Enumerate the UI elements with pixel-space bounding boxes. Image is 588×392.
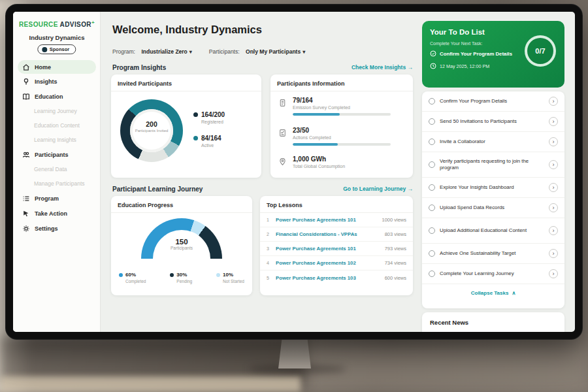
sidebar-item-learning-insights[interactable]: Learning Insights <box>13 133 101 147</box>
recent-news-title: Recent News <box>422 312 564 332</box>
registered-dot <box>193 112 198 117</box>
chevron-right-icon[interactable]: › <box>549 97 558 106</box>
sidebar-item-settings[interactable]: Settings <box>13 221 101 236</box>
logo-primary: RESOURCE <box>19 21 58 28</box>
sponsor-icon <box>42 47 47 52</box>
todo-task-row[interactable]: Achieve One Sustainability Target › <box>422 244 564 264</box>
lesson-link[interactable]: Power Purchase Agreements 102 <box>276 260 385 266</box>
task-checkbox[interactable] <box>429 250 435 257</box>
collapse-tasks-link[interactable]: Collapse Tasks ∧ <box>422 284 564 301</box>
active-value: 84/164 <box>201 135 221 142</box>
consumption-label: Total Global Consumption <box>293 164 345 169</box>
sidebar-item-label: Learning Insights <box>34 137 76 143</box>
invited-total-value: 200 <box>120 120 183 128</box>
task-label: Complete Your Learning Journey <box>440 270 544 277</box>
sponsor-badge[interactable]: Sponsor <box>37 44 76 54</box>
lesson-link[interactable]: Power Purchase Agreements 103 <box>276 275 385 281</box>
gauge-label: Participants <box>141 246 222 250</box>
participants-filter-select[interactable]: Only My Participants▾ <box>246 48 305 55</box>
todo-task-row[interactable]: Send 50 Invitations to Participants › <box>422 112 564 132</box>
program-filter-select[interactable]: Industrialize Zero▾ <box>141 48 191 55</box>
todo-next-task[interactable]: Confirm Your Program Details <box>430 50 512 57</box>
actions-completed-value: 23/50 <box>293 127 391 134</box>
check-circle-icon <box>430 50 436 57</box>
chevron-right-icon[interactable]: › <box>549 183 558 192</box>
sidebar-item-label: Settings <box>35 225 58 232</box>
monitor-stand <box>278 336 311 368</box>
chevron-right-icon[interactable]: › <box>549 226 558 235</box>
sidebar-item-manage-participants[interactable]: Manage Participants <box>13 176 101 191</box>
gear-icon <box>22 225 30 233</box>
participants-information-card-title: Participants Information <box>270 74 413 91</box>
task-checkbox[interactable] <box>429 98 435 105</box>
invited-participants-card-title: Invited Participants <box>111 74 261 91</box>
actions-completed-progress-bar <box>293 143 391 146</box>
chevron-right-icon[interactable]: › <box>549 203 558 212</box>
arrow-right-icon: → <box>408 64 414 71</box>
lesson-row: 1 Power Purchase Agreements 101 1000 vie… <box>260 213 413 227</box>
task-checkbox[interactable] <box>429 161 435 168</box>
participants-information-card: Participants Information 79/164 Emission… <box>270 74 413 178</box>
go-to-learning-journey-link[interactable]: Go to Learning Journey → <box>314 186 413 192</box>
sidebar-item-participants[interactable]: Participants <box>13 147 101 162</box>
lesson-link[interactable]: Power Purchase Agreements 101 <box>276 217 382 223</box>
legend-registered: 164/200 Registered <box>193 111 225 124</box>
lesson-row: 2 Financial Considerations - VPPAs 803 v… <box>260 227 413 242</box>
background-desk <box>307 346 588 392</box>
task-checkbox[interactable] <box>429 184 435 191</box>
task-label: Upload Spend Data Records <box>440 204 544 211</box>
todo-task-row[interactable]: Confirm Your Program Details › <box>422 91 564 112</box>
not-started-dot <box>216 273 220 277</box>
sidebar-item-insights[interactable]: Insights <box>13 74 101 89</box>
sidebar-item-learning-journey[interactable]: Learning Journey <box>13 104 101 118</box>
lesson-rank: 3 <box>267 246 276 251</box>
todo-task-row[interactable]: Explore Your Insights Dashboard › <box>422 178 564 198</box>
task-checkbox[interactable] <box>429 270 435 277</box>
sidebar-item-label: Manage Participants <box>34 180 85 187</box>
lesson-views: 734 views <box>385 260 406 266</box>
todo-subtitle: Complete Your Next Task: <box>430 41 482 46</box>
sidebar: RESOURCE ADVISOR+ Industry Dynamics Spon… <box>13 12 101 332</box>
actions-completed-label: Actions Completed <box>293 135 391 140</box>
sidebar-item-education[interactable]: Education <box>13 89 101 104</box>
lesson-link[interactable]: Power Purchase Agreements 101 <box>276 246 385 252</box>
chevron-right-icon[interactable]: › <box>549 269 558 278</box>
todo-task-row[interactable]: Invite a Collaborator › <box>422 132 564 152</box>
task-checkbox[interactable] <box>429 227 435 234</box>
top-lessons-card-title: Top Lessons <box>260 196 413 213</box>
chevron-right-icon[interactable]: › <box>549 137 558 146</box>
invited-legend: 164/200 Registered 84/164 Active <box>193 111 225 158</box>
chevron-right-icon[interactable]: › <box>549 160 558 169</box>
sidebar-item-education-content[interactable]: Education Content <box>13 118 101 133</box>
lesson-row: 3 Power Purchase Agreements 101 793 view… <box>260 242 413 256</box>
task-checkbox[interactable] <box>429 204 435 211</box>
sidebar-item-take-action[interactable]: Take Action <box>13 206 101 221</box>
sidebar-item-label: Take Action <box>35 210 67 217</box>
lesson-rank: 5 <box>267 276 276 280</box>
todo-task-row[interactable]: Verify participants requesting to join t… <box>422 152 564 178</box>
emission-survey-value: 79/164 <box>293 97 391 104</box>
donut-center-label: 200 Participants Invited <box>120 120 183 134</box>
people-icon <box>22 151 30 159</box>
registered-value: 164/200 <box>201 111 225 118</box>
sidebar-item-program[interactable]: Program <box>13 191 101 206</box>
todo-task-row[interactable]: Upload Spend Data Records › <box>422 198 564 218</box>
arrow-right-icon: → <box>408 186 414 192</box>
check-more-insights-link[interactable]: Check More Insights → <box>320 64 413 71</box>
todo-task-list: Confirm Your Program Details › Send 50 I… <box>422 91 564 308</box>
todo-task-row[interactable]: Upload Additional Educational Content › <box>422 218 564 244</box>
sidebar-item-general-data[interactable]: General Data <box>13 162 101 176</box>
chevron-right-icon[interactable]: › <box>549 249 558 258</box>
todo-task-row[interactable]: Complete Your Learning Journey › <box>422 264 564 284</box>
sidebar-item-label: General Data <box>34 166 67 172</box>
sidebar-item-home[interactable]: Home <box>18 60 96 74</box>
page-title: Welcome, Industry Dynamics <box>112 24 262 36</box>
home-icon <box>22 63 30 71</box>
program-insights-title: Program Insights <box>112 64 166 71</box>
task-checkbox[interactable] <box>429 139 435 145</box>
chevron-right-icon[interactable]: › <box>549 117 558 126</box>
cursor-icon <box>22 210 30 218</box>
legend-active: 84/164 Active <box>193 135 225 148</box>
task-checkbox[interactable] <box>429 118 435 125</box>
lesson-link[interactable]: Financial Considerations - VPPAs <box>276 231 385 237</box>
